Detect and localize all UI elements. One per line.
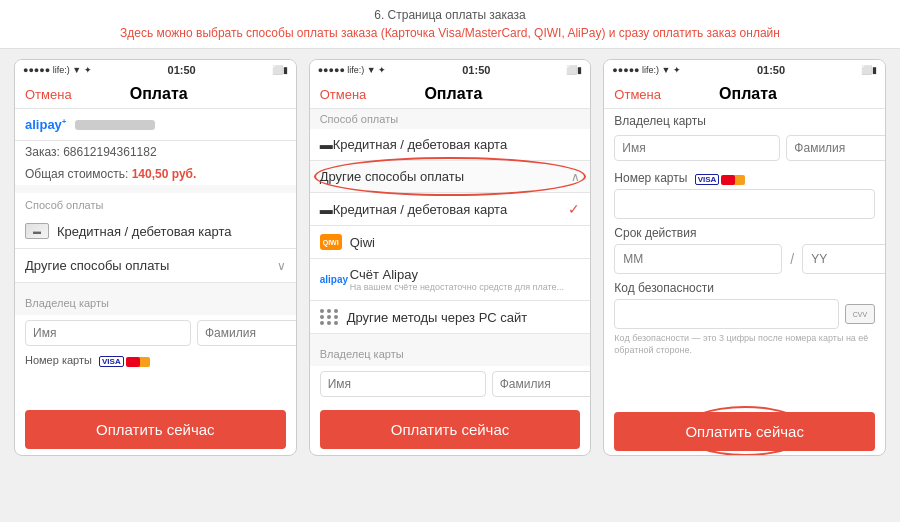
expiry-row: / <box>614 244 875 274</box>
name-input-row <box>15 315 296 351</box>
banner-line1: 6. Страница оплаты заказа <box>10 6 890 24</box>
card-owner-label-3: Владелец карты <box>604 109 885 130</box>
mastercard-icon1 <box>126 357 140 367</box>
pay-button-wrapper-3: Оплатить сейчас <box>614 412 875 451</box>
alipay-sub-label: На вашем счёте недостаточно средств для … <box>350 282 564 292</box>
first-name-input[interactable] <box>25 320 191 346</box>
status-bar-2: ●●●●● life:) ▼ ✦ 01:50 ⬜▮ <box>310 60 591 80</box>
battery-2: ⬜▮ <box>566 65 582 75</box>
phone2-content: Способ оплаты ▬ Кредитная / дебетовая ка… <box>310 109 591 402</box>
order-label: Заказ: 68612194361182 <box>25 145 157 159</box>
time-2: 01:50 <box>462 64 490 76</box>
nav-title-3: Оплата <box>719 85 777 103</box>
credit-card-label-2: Кредитная / дебетовая карта <box>333 137 507 152</box>
total-info: Общая стоимость: 140,50 руб. <box>15 163 296 185</box>
card-owner-section: Владелец карты <box>15 291 296 315</box>
alipay-logo: alipay+ <box>25 117 67 132</box>
card-number-input[interactable] <box>614 189 875 219</box>
total-value: 140,50 руб. <box>132 167 197 181</box>
cvv-input[interactable] <box>614 299 839 329</box>
expiry-label: Срок действия <box>604 221 885 242</box>
check-icon: ✓ <box>568 201 580 217</box>
other-methods-label: Другие способы оплаты <box>25 258 169 273</box>
alipay-account-blur <box>75 120 155 130</box>
phone3-content: Владелец карты Номер карты VISA Срок дей… <box>604 109 885 406</box>
dots-icon <box>320 309 339 325</box>
credit-card-method-3[interactable]: ▬ Кредитная / дебетовая карта ✓ <box>310 193 591 226</box>
visa-icon-3: VISA <box>695 174 720 185</box>
security-code-label: Код безопасности <box>604 276 885 297</box>
payment-method-section-label: Способ оплаты <box>15 193 296 214</box>
banner-line2: Здесь можно выбрать способы оплаты заказ… <box>10 24 890 42</box>
qiwi-method[interactable]: QIWI Qiwi <box>310 226 591 259</box>
phone-1: ●●●●● life:) ▼ ✦ 01:50 ⬜▮ Отмена Оплата … <box>14 59 297 456</box>
status-bar-3: ●●●●● life:) ▼ ✦ 01:50 ⬜▮ <box>604 60 885 80</box>
time-1: 01:50 <box>168 64 196 76</box>
cvv-card-icon: CVV <box>845 304 875 324</box>
other-methods-circled[interactable]: Другие способы оплаты ∧ <box>310 161 591 193</box>
name-input-row-2 <box>310 366 591 402</box>
nav-title-1: Оплата <box>130 85 188 103</box>
pay-button-3[interactable]: Оплатить сейчас <box>614 412 875 451</box>
phone1-content: alipay+ Заказ: 68612194361182 Общая стои… <box>15 109 296 402</box>
qiwi-label: Qiwi <box>350 235 375 250</box>
signal-3: ●●●●● life:) ▼ ✦ <box>612 65 681 75</box>
mm-input[interactable] <box>614 244 782 274</box>
pay-button-2[interactable]: Оплатить сейчас <box>320 410 581 449</box>
status-bar-1: ●●●●● life:) ▼ ✦ 01:50 ⬜▮ <box>15 60 296 80</box>
phone-2: ●●●●● life:) ▼ ✦ 01:50 ⬜▮ Отмена Оплата … <box>309 59 592 456</box>
alipay-method[interactable]: alipay Счёт Alipay На вашем счёте недост… <box>310 259 591 301</box>
chevron-down-icon: ∨ <box>277 259 286 273</box>
visa-icons: VISA <box>99 356 150 367</box>
card-number-label: Номер карты VISA <box>15 351 296 370</box>
cancel-button-2[interactable]: Отмена <box>320 87 367 102</box>
visa-icons-3: VISA <box>695 174 746 185</box>
credit-card-method-2[interactable]: ▬ Кредитная / дебетовая карта <box>310 129 591 161</box>
battery-1: ⬜▮ <box>272 65 288 75</box>
last-name-input-3[interactable] <box>786 135 885 161</box>
slash-separator: / <box>790 251 794 267</box>
cancel-button-3[interactable]: Отмена <box>614 87 661 102</box>
credit-card-label: Кредитная / дебетовая карта <box>57 224 231 239</box>
last-name-input-2[interactable] <box>492 371 591 397</box>
chevron-up-icon: ∧ <box>571 170 580 184</box>
nav-bar-2: Отмена Оплата <box>310 80 591 109</box>
other-methods-label-2: Другие способы оплаты <box>320 169 464 184</box>
security-hint: Код безопасности — это 3 цифры после ном… <box>604 331 885 358</box>
credit-card-label-3: Кредитная / дебетовая карта <box>333 202 507 217</box>
name-input-row-3 <box>604 130 885 166</box>
credit-card-method[interactable]: ▬ Кредитная / дебетовая карта <box>15 214 296 249</box>
cancel-button-1[interactable]: Отмена <box>25 87 72 102</box>
last-name-input[interactable] <box>197 320 296 346</box>
visa-icon: VISA <box>99 356 124 367</box>
first-name-input-3[interactable] <box>614 135 780 161</box>
nav-bar-1: Отмена Оплата <box>15 80 296 109</box>
alipay-info: Счёт Alipay На вашем счёте недостаточно … <box>350 267 564 292</box>
mc-icon-3a <box>721 175 735 185</box>
total-label: Общая стоимость: <box>25 167 128 181</box>
security-row: CVV <box>614 299 875 329</box>
alipay-small-icon: alipay <box>320 274 342 285</box>
order-info: Заказ: 68612194361182 <box>15 141 296 163</box>
alipay-row: alipay+ <box>15 109 296 141</box>
other-pc-method[interactable]: Другие методы через РС сайт <box>310 301 591 334</box>
qiwi-icon: QIWI <box>320 234 342 250</box>
signal-2: ●●●●● life:) ▼ ✦ <box>318 65 387 75</box>
battery-3: ⬜▮ <box>861 65 877 75</box>
pay-button-1[interactable]: Оплатить сейчас <box>25 410 286 449</box>
nav-bar-3: Отмена Оплата <box>604 80 885 109</box>
first-name-input-2[interactable] <box>320 371 486 397</box>
card-icon-3: ▬ <box>320 202 333 217</box>
yy-input[interactable] <box>802 244 885 274</box>
alipay-account-label: Счёт Alipay <box>350 267 564 282</box>
top-banner: 6. Страница оплаты заказа Здесь можно вы… <box>0 0 900 49</box>
card-icon-2: ▬ <box>320 137 333 152</box>
card-owner-section-2: Владелец карты <box>310 342 591 366</box>
payment-method-bg: Способ оплаты <box>310 109 591 129</box>
card-icon: ▬ <box>25 223 49 239</box>
other-methods-row[interactable]: Другие способы оплаты ∨ <box>15 249 296 283</box>
signal-1: ●●●●● life:) ▼ ✦ <box>23 65 92 75</box>
nav-title-2: Оплата <box>424 85 482 103</box>
time-3: 01:50 <box>757 64 785 76</box>
other-pc-label: Другие методы через РС сайт <box>347 310 527 325</box>
